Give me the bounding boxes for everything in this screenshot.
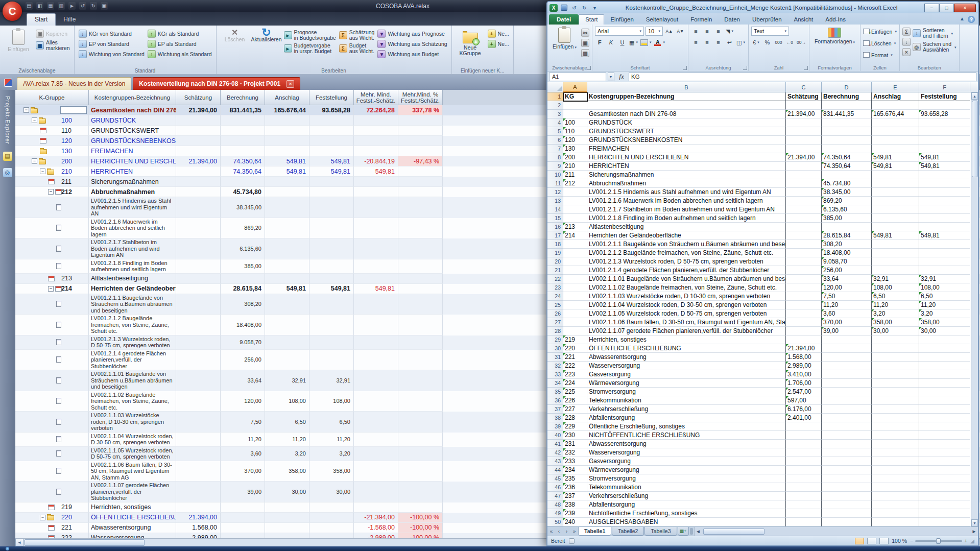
excel-cell[interactable]: Telekommunikation — [587, 396, 786, 405]
excel-cell[interactable]: Abfallentsorgung — [587, 500, 786, 509]
excel-cell[interactable] — [872, 474, 919, 483]
excel-cell[interactable]: 38.345,00 — [822, 188, 872, 197]
excel-row-number[interactable]: 24 — [547, 292, 563, 301]
ava-kgruppe-cell[interactable] — [15, 218, 89, 239]
excel-cell[interactable]: 2.547,00 — [786, 388, 822, 396]
excel-cell[interactable] — [786, 440, 822, 448]
ava-value-cell[interactable] — [398, 126, 443, 136]
excel-cell[interactable] — [872, 518, 919, 526]
excel-cell[interactable] — [563, 257, 587, 266]
excel-cell[interactable]: HERRICHTEN — [587, 162, 786, 171]
ava-kgruppe-cell[interactable]: −214 — [15, 284, 89, 294]
settings-icon[interactable]: ▣ — [101, 2, 108, 10]
catalog-panel-icon[interactable]: ◎ — [3, 168, 12, 177]
tree-collapse-icon[interactable]: − — [48, 189, 54, 195]
ava-value-cell[interactable] — [309, 502, 354, 513]
excel-cell[interactable]: Wasserversorgung — [587, 448, 786, 457]
ava-value-cell[interactable] — [354, 482, 398, 502]
excel-cell[interactable] — [822, 336, 872, 344]
excel-row-number[interactable]: 17 — [547, 231, 563, 240]
autosum-icon[interactable]: Σ — [902, 28, 911, 36]
excel-row-number[interactable]: 45 — [547, 474, 563, 483]
excel-cell[interactable] — [822, 223, 872, 231]
ava-kgruppe-cell[interactable] — [15, 350, 89, 371]
excel-row-number[interactable]: 32 — [547, 362, 563, 370]
excel-cell[interactable]: 21.394,00 — [786, 153, 822, 162]
excel-row-number[interactable]: 44 — [547, 466, 563, 474]
ava-value-cell[interactable] — [398, 391, 443, 412]
ava-kgruppe-cell[interactable]: 130 — [15, 146, 89, 156]
excel-cell[interactable] — [786, 518, 822, 526]
ava-bezeichnung-cell[interactable]: LV002.1.1.03 Wurzelstöcke roden, D 10-30… — [89, 412, 176, 433]
ava-value-cell[interactable] — [309, 197, 354, 218]
ava-kgruppe-cell[interactable] — [15, 336, 89, 350]
excel-cell[interactable]: 549,81 — [919, 153, 970, 162]
ava-value-cell[interactable] — [309, 187, 354, 197]
excel-row-number[interactable]: 26 — [547, 309, 563, 318]
ava-value-cell[interactable] — [176, 315, 221, 336]
ava-value-cell[interactable] — [265, 238, 309, 259]
ava-bezeichnung-cell[interactable]: LV002.1.1.01 Baugelände von Sträuchern u… — [89, 370, 176, 391]
column-header-feststellung[interactable]: Feststellung — [309, 90, 354, 105]
excel-cell[interactable] — [786, 336, 822, 344]
ava-value-cell[interactable]: 165.676,44 — [265, 105, 309, 115]
excel-cell[interactable]: Gasversorgung — [587, 370, 786, 379]
excel-cell[interactable]: 239 — [563, 509, 587, 518]
excel-horizontal-scrollbar[interactable]: ◄ ► — [694, 527, 978, 536]
excel-cell[interactable] — [919, 509, 970, 518]
excel-cell[interactable] — [919, 257, 970, 266]
formula-input[interactable]: KG — [629, 73, 976, 81]
excel-cell[interactable]: 74.350,64 — [822, 153, 872, 162]
ava-value-cell[interactable] — [398, 412, 443, 433]
doc-tab-neues[interactable]: AVA.relax 7.85 - Neues in der Version — [17, 77, 131, 90]
tab-start[interactable]: Start — [579, 14, 604, 25]
neue-kgruppe-button[interactable]: Neue KGruppe — [456, 28, 485, 56]
excel-cell[interactable] — [822, 370, 872, 379]
excel-row-number[interactable]: 5 — [547, 127, 563, 136]
excel-row-number[interactable]: 46 — [547, 483, 563, 492]
align-left-icon[interactable]: ≡ — [691, 38, 701, 47]
excel-cell[interactable] — [872, 118, 919, 127]
ava-value-cell[interactable] — [398, 238, 443, 259]
ava-value-cell[interactable] — [398, 447, 443, 461]
help-icon[interactable]: ? — [968, 16, 975, 23]
ava-bezeichnung-cell[interactable]: HERRICHTEN — [89, 166, 176, 177]
ava-value-cell[interactable] — [309, 294, 354, 315]
ava-value-cell[interactable] — [354, 187, 398, 197]
excel-row-number[interactable]: 30 — [547, 344, 563, 353]
ava-value-cell[interactable] — [309, 350, 354, 371]
ava-kgruppe-cell[interactable] — [15, 315, 89, 336]
excel-cell[interactable] — [919, 145, 970, 153]
ava-value-cell[interactable]: 74.350,64 — [221, 166, 265, 177]
excel-cell[interactable] — [919, 388, 970, 396]
ava-value-cell[interactable] — [354, 433, 398, 447]
excel-cell[interactable] — [919, 500, 970, 509]
ava-value-cell[interactable] — [265, 294, 309, 315]
ava-kgruppe-cell[interactable]: 211 — [15, 177, 89, 187]
page-break-view-icon[interactable] — [879, 538, 889, 544]
ava-value-cell[interactable]: 11,20 — [265, 433, 309, 447]
excel-cell[interactable] — [786, 292, 822, 301]
excel-cell[interactable] — [919, 440, 970, 448]
ava-value-cell[interactable] — [265, 136, 309, 146]
ava-value-cell[interactable] — [221, 523, 265, 533]
excel-column-header[interactable]: D — [822, 82, 872, 92]
name-box[interactable]: A1 — [549, 73, 606, 81]
excel-cell[interactable] — [919, 431, 970, 440]
scrollbar-thumb[interactable] — [703, 529, 764, 535]
ava-value-cell[interactable] — [354, 259, 398, 274]
excel-cell[interactable]: 120 — [563, 136, 587, 145]
excel-row-number[interactable]: 11 — [547, 179, 563, 188]
excel-cell[interactable] — [872, 205, 919, 214]
excel-cell[interactable] — [872, 440, 919, 448]
tree-collapse-icon[interactable]: − — [23, 107, 29, 113]
ava-value-cell[interactable]: 7,50 — [221, 412, 265, 433]
ava-bezeichnung-cell[interactable]: Herrichten, sonstiges — [89, 502, 176, 513]
ava-value-cell[interactable] — [265, 274, 309, 284]
ava-value-cell[interactable] — [176, 482, 221, 502]
excel-cell[interactable] — [872, 127, 919, 136]
ava-value-cell[interactable]: 108,00 — [265, 391, 309, 412]
tab-addins[interactable]: Add-Ins — [819, 15, 852, 25]
ava-value-cell[interactable]: 32,91 — [265, 370, 309, 391]
excel-cell[interactable] — [919, 448, 970, 457]
